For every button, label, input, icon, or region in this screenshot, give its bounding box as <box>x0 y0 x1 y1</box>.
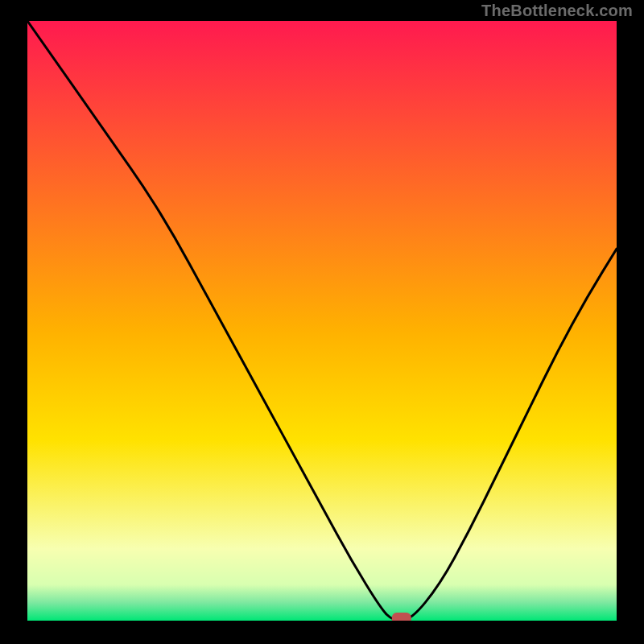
optimal-marker <box>392 613 411 621</box>
plot-area <box>27 21 617 621</box>
gradient-background <box>27 21 617 621</box>
chart-frame: TheBottleneck.com <box>0 0 644 644</box>
bottleneck-chart <box>27 21 617 621</box>
attribution-text: TheBottleneck.com <box>481 2 633 20</box>
